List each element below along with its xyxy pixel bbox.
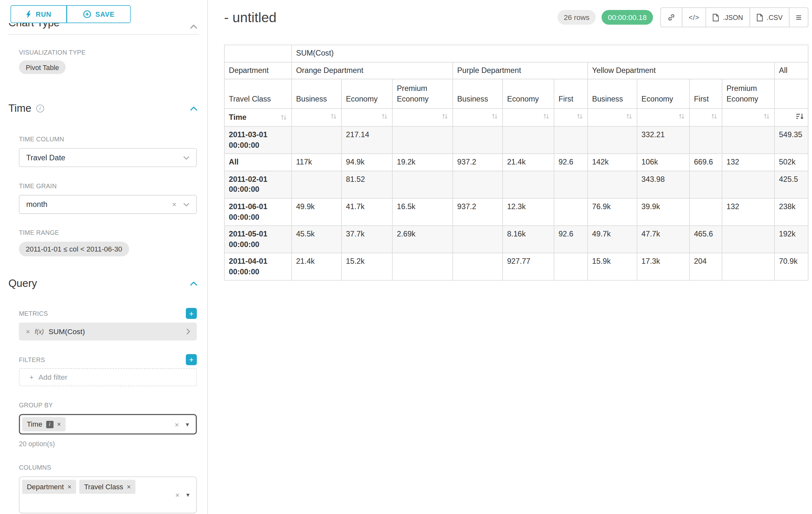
clear-icon[interactable]: × — [175, 421, 179, 428]
run-label: RUN — [36, 10, 51, 18]
save-button[interactable]: SAVE — [67, 5, 131, 23]
pivot-cell: 81.52 — [342, 171, 393, 198]
selected-option-tag[interactable]: Timei× — [22, 417, 66, 431]
pivot-cell: 41.7k — [342, 198, 393, 225]
time-range-value[interactable]: 2011-01-01 ≤ col < 2011-06-30 — [19, 242, 129, 256]
query-section-header[interactable]: Query — [8, 277, 197, 290]
remove-metric-icon[interactable]: × — [26, 327, 30, 336]
chevron-right-icon[interactable] — [186, 328, 190, 335]
column-sorter[interactable] — [554, 109, 588, 127]
metric-header: SUM(Cost) — [292, 45, 808, 62]
bolt-icon — [26, 10, 31, 18]
pivot-cell: 132 — [722, 198, 775, 225]
time-dimension-label: Time — [229, 112, 246, 123]
visualization-type-value[interactable]: Pivot Table — [19, 60, 66, 74]
circle-plus-icon — [83, 10, 91, 18]
column-sorter[interactable] — [775, 109, 808, 127]
time-dimension-sorter[interactable]: Time — [224, 109, 291, 127]
run-button[interactable]: RUN — [10, 5, 67, 23]
add-filter-plus-button[interactable]: + — [186, 354, 197, 365]
column-sorter[interactable] — [453, 109, 502, 127]
time-column-select[interactable]: Travel Date — [19, 148, 197, 167]
row-label: 2011-05-01 00:00:00 — [224, 226, 291, 253]
pivot-cell: 142k — [588, 154, 637, 171]
time-grain-select[interactable]: month × — [19, 195, 197, 214]
export-json-button[interactable]: .JSON — [706, 7, 750, 27]
pivot-cell: 192k — [775, 226, 808, 253]
group-by-label: GROUP BY — [19, 402, 197, 409]
column-sorter[interactable] — [502, 109, 554, 127]
columns-label: COLUMNS — [19, 464, 197, 471]
selected-option-tag[interactable]: Department× — [22, 480, 77, 494]
clear-icon[interactable]: × — [172, 201, 176, 208]
department-dimension-label: Department — [224, 62, 291, 79]
travel-class-row: Travel Class BusinessEconomyPremium Econ… — [224, 79, 808, 109]
remove-tag-icon[interactable]: × — [57, 420, 61, 428]
chart-type-heading: Chart Type — [8, 23, 59, 29]
sort-icon[interactable] — [280, 114, 287, 121]
chevron-up-icon[interactable] — [190, 106, 197, 110]
file-icon — [713, 13, 719, 22]
travel-class-header: Premium Economy — [393, 79, 453, 109]
travel-class-header: Business — [588, 79, 637, 109]
pivot-cell: 49.9k — [292, 198, 342, 225]
column-sorter[interactable] — [689, 109, 722, 127]
column-sorter[interactable] — [722, 109, 775, 127]
pivot-cell: 45.5k — [292, 226, 342, 253]
explore-view: RUN SAVE Chart Type VISUALIZATION TYPE P… — [0, 0, 812, 514]
pivot-cell: 39.9k — [637, 198, 690, 225]
chart-panel: - untitled 26 rows 00:00:00.18 </> .JSON — [208, 0, 812, 514]
chart-type-section-clipped: Chart Type — [0, 23, 207, 30]
columns-select[interactable]: Department×Travel Class× × ▾ — [19, 477, 197, 513]
more-options-button[interactable]: ≡ — [789, 7, 809, 27]
selected-option-tag[interactable]: Travel Class× — [79, 480, 136, 494]
pivot-row: 2011-06-01 00:00:0049.9k41.7k16.5k937.21… — [224, 198, 808, 225]
caret-down-icon[interactable]: ▾ — [186, 492, 190, 498]
add-filter-button[interactable]: + Add filter — [19, 368, 197, 386]
remove-tag-icon[interactable]: × — [67, 483, 71, 491]
view-query-button[interactable]: </> — [682, 7, 706, 27]
caret-down-icon[interactable]: ▾ — [186, 421, 189, 428]
column-sorter[interactable] — [342, 109, 393, 127]
pivot-table: SUM(Cost) Department Orange DepartmentPu… — [224, 45, 808, 281]
sort-icon — [491, 113, 498, 119]
travel-class-header: Premium Economy — [722, 79, 775, 109]
time-section-header[interactable]: Time i — [8, 103, 197, 115]
remove-tag-icon[interactable]: × — [127, 483, 130, 491]
row-count-badge: 26 rows — [557, 10, 596, 25]
group-by-options-hint: 20 option(s) — [19, 440, 197, 448]
row-label: 2011-04-01 00:00:00 — [224, 253, 291, 280]
sort-icon — [626, 113, 633, 119]
pivot-cell: 49.7k — [588, 226, 637, 253]
share-link-button[interactable] — [660, 7, 682, 27]
chevron-down-icon[interactable] — [183, 156, 190, 159]
metric-header-row: SUM(Cost) — [224, 45, 808, 62]
pivot-cell — [393, 127, 453, 154]
column-sorter[interactable] — [637, 109, 690, 127]
time-section-title: Time — [8, 103, 31, 115]
clear-icon[interactable]: × — [175, 491, 179, 498]
chevron-up-icon[interactable] — [190, 25, 197, 29]
pivot-cell: 92.6 — [554, 154, 588, 171]
column-sorter[interactable] — [588, 109, 637, 127]
corner-cell — [224, 45, 291, 62]
metric-option[interactable]: × f(x) SUM(Cost) — [19, 323, 197, 341]
add-metric-button[interactable]: + — [186, 308, 197, 319]
chevron-down-icon[interactable] — [183, 202, 190, 206]
pivot-cell — [554, 253, 588, 280]
group-by-select[interactable]: Timei× × ▾ — [19, 414, 197, 435]
pivot-cell: 8.16k — [502, 226, 554, 253]
export-csv-button[interactable]: .CSV — [749, 7, 789, 27]
pivot-cell: 16.5k — [393, 198, 453, 225]
column-sorter[interactable] — [292, 109, 342, 127]
time-section-body: TIME COLUMN Travel Date TIME GRAIN month… — [0, 136, 207, 256]
pivot-cell: 70.9k — [775, 253, 808, 280]
pivot-cell: 332.21 — [637, 127, 690, 154]
chevron-up-icon[interactable] — [190, 281, 197, 286]
plus-icon: + — [30, 373, 34, 381]
chart-title[interactable]: - untitled — [224, 9, 276, 26]
save-label: SAVE — [95, 10, 115, 18]
export-csv-label: .CSV — [767, 13, 783, 22]
column-sorter[interactable] — [393, 109, 453, 127]
pivot-cell: 937.2 — [453, 198, 502, 225]
